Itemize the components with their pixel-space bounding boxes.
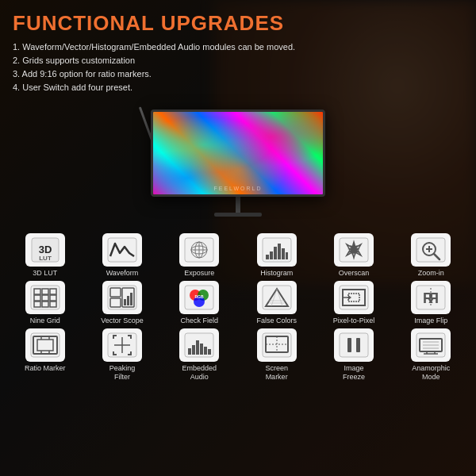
monitor-section [0, 98, 476, 228]
svg-text:3D: 3D [38, 244, 52, 255]
icon-item-vectorscope: Vector Scope [85, 281, 159, 325]
icons-section: 3D LUT 3D LUT Waveform [0, 228, 476, 476]
icon-box-histogram [257, 233, 297, 267]
monitor-stand [151, 109, 325, 217]
icon-item-waveform: Waveform [85, 233, 159, 278]
false-color-overlay [153, 112, 323, 194]
icon-item-exposure: Exposure [163, 233, 236, 278]
icon-label-ratiomarker: Ratio Marker [25, 364, 66, 373]
icon-box-overscan [334, 233, 374, 267]
svg-rect-40 [127, 296, 129, 305]
embeddedaudio-icon [184, 332, 214, 358]
histogram-icon [262, 237, 292, 263]
icon-item-ninegrid: Nine Grid [8, 281, 82, 325]
vectorscope-icon [107, 285, 137, 310]
icon-label-waveform: Waveform [106, 269, 139, 278]
icon-item-histogram: Histogram [240, 233, 313, 278]
feature-item: 3. Add 9:16 option for ratio markers. [13, 67, 463, 81]
icon-box-pixeltopixel [334, 281, 374, 314]
icon-box-vectorscope [102, 281, 142, 314]
svg-rect-85 [356, 338, 360, 352]
top-section: FUNCTIONAL UPGRADES 1. Waveform/Vector/H… [0, 0, 476, 98]
icon-label-3dlut: 3D LUT [33, 269, 57, 278]
icon-label-pixeltopixel: Pixel-to-Pixel [333, 317, 375, 325]
monitor-base [236, 197, 240, 213]
svg-text:LUT: LUT [39, 255, 52, 262]
monitor-screen [153, 112, 323, 194]
icon-box-checkfield: RGB [179, 281, 219, 314]
overscan-icon [339, 237, 369, 263]
icon-box-peakingfilter [102, 328, 142, 362]
icon-box-zoomin [411, 233, 451, 267]
svg-rect-41 [130, 293, 132, 305]
ninegrid-icon [30, 285, 60, 310]
imageflip-icon: R R [416, 285, 446, 310]
feature-item: 4. User Switch add four preset. [13, 81, 463, 94]
svg-rect-83 [340, 333, 368, 357]
svg-rect-76 [200, 344, 203, 355]
icon-box-waveform [102, 233, 142, 267]
icon-item-embeddedaudio: Embedded Audio [163, 328, 236, 382]
svg-text:RGB: RGB [195, 294, 205, 299]
svg-rect-15 [282, 248, 285, 259]
icons-row-2: Nine Grid Vector Scope [8, 281, 468, 325]
icon-label-anamorphic: Anamorphic Mode [409, 364, 453, 382]
monitor-feet [214, 213, 262, 217]
page-title: FUNCTIONAL UPGRADES [13, 11, 463, 36]
icon-label-checkfield: Check Field [181, 317, 219, 325]
icon-item-anamorphic: Anamorphic Mode [394, 328, 468, 382]
svg-rect-16 [286, 252, 288, 259]
pixeltopixel-icon [339, 285, 369, 310]
icon-label-vectorscope: Vector Scope [101, 317, 144, 325]
feature-list: 1. Waveform/Vector/Histogram/Embedded Au… [13, 40, 463, 94]
icon-item-checkfield: RGB Check Field [163, 281, 236, 325]
icon-box-screenmarker [257, 328, 297, 362]
icon-label-imagefreeze: Image Freeze [332, 364, 375, 382]
svg-rect-11 [266, 255, 269, 259]
zoomin-icon [416, 237, 446, 263]
icon-label-falsecolors: False Colors [256, 317, 297, 325]
feature-item: 1. Waveform/Vector/Histogram/Embedded Au… [13, 40, 463, 54]
svg-rect-39 [124, 299, 126, 305]
icon-box-imageflip: R R [411, 281, 451, 314]
icons-row-3: Ratio Marker [8, 328, 468, 382]
monitor-body [151, 109, 325, 197]
icon-item-falsecolors: False Colors [240, 281, 313, 325]
icon-box-ratiomarker [25, 328, 65, 362]
icon-label-histogram: Histogram [260, 269, 293, 278]
icon-box-3dlut: 3D LUT [25, 233, 65, 267]
svg-rect-75 [196, 340, 199, 355]
icons-row-1: 3D LUT 3D LUT Waveform [8, 233, 468, 278]
icon-item-ratiomarker: Ratio Marker [8, 328, 82, 373]
icon-label-imageflip: Image Flip [414, 317, 447, 325]
icon-item-zoomin: Zoom-in [394, 233, 468, 278]
svg-rect-77 [204, 347, 207, 355]
ratiomarker-icon [30, 332, 60, 358]
icon-box-falsecolors [257, 281, 297, 314]
icon-label-embeddedaudio: Embedded Audio [178, 364, 221, 382]
peakingfilter-icon [107, 332, 137, 358]
icon-label-peakingfilter: Peaking Filter [100, 364, 144, 382]
icon-label-overscan: Overscan [339, 269, 370, 278]
icon-box-imagefreeze [334, 328, 374, 362]
icon-item-pixeltopixel: Pixel-to-Pixel [317, 281, 390, 325]
feature-item: 2. Grids supports customization [13, 54, 463, 67]
icon-box-exposure [179, 233, 219, 267]
anamorphic-icon [416, 332, 446, 358]
falsecolors-icon [262, 285, 292, 310]
screenmarker-icon [262, 332, 292, 358]
icon-item-peakingfilter: Peaking Filter [85, 328, 159, 382]
icon-item-overscan: Overscan [317, 233, 390, 278]
svg-rect-13 [274, 247, 277, 259]
icon-item-3dlut: 3D LUT 3D LUT [8, 233, 82, 278]
icon-box-anamorphic [411, 328, 451, 362]
svg-rect-73 [188, 348, 191, 355]
waveform-icon [107, 237, 137, 263]
icon-label-screenmarker: Screen Marker [255, 364, 298, 382]
svg-rect-74 [192, 345, 195, 355]
svg-rect-78 [208, 349, 211, 355]
icon-item-screenmarker: Screen Marker [240, 328, 313, 382]
3dlut-icon: 3D LUT [31, 237, 60, 263]
svg-rect-14 [278, 244, 281, 259]
icon-box-embeddedaudio [179, 328, 219, 362]
